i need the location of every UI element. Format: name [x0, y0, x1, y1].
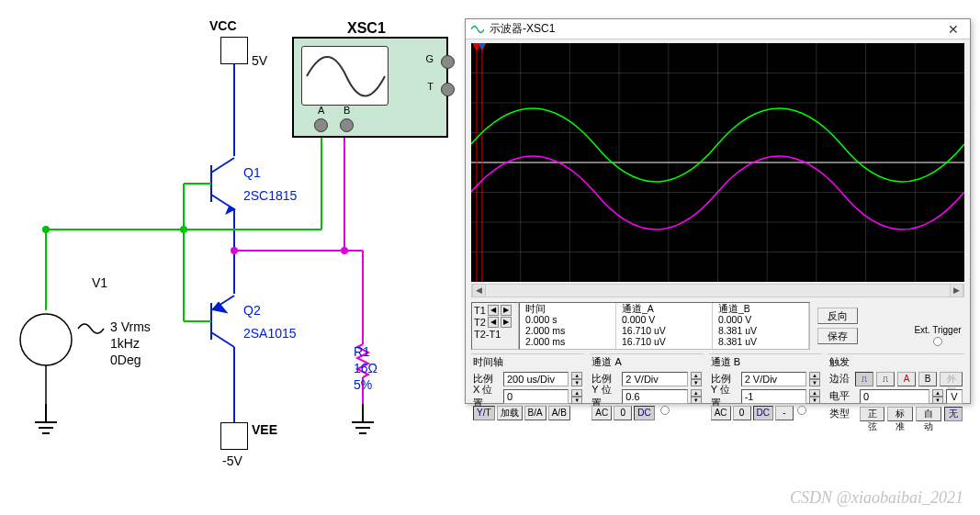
mode-ba-button[interactable]: B/A [524, 406, 546, 420]
col-b: 通道_B [718, 303, 750, 314]
chb-ypos-input[interactable]: -1 [741, 389, 806, 404]
t1-left-button[interactable]: ◀ [488, 305, 499, 316]
t1-label: T1 [474, 305, 486, 316]
vcc-label: VCC [209, 18, 237, 33]
oscilloscope-window: 示波器-XSC1 ✕ ◀ ▶ T1 ◀ [465, 18, 971, 404]
xsc1-port-a[interactable] [314, 118, 328, 132]
svg-point-17 [43, 227, 49, 232]
mode-add-button[interactable]: 加载 [497, 406, 523, 420]
cha-scale-input[interactable]: 2 V/Div [622, 372, 687, 386]
trigger-panel: 触发 边沿 ⎍ ⎍ A B 外部 电平 0 ▲▼ V 类型 正弦 标准 自动 无 [828, 353, 964, 399]
timebase-scale-input[interactable]: 200 us/Div [503, 372, 569, 386]
timebase-scale-up[interactable]: ▲ [571, 372, 582, 379]
cha-zero-button[interactable]: 0 [614, 406, 632, 420]
q1-ref: Q1 [243, 165, 261, 180]
v1-ref: V1 [92, 275, 107, 290]
xsc1-port-a-label: A [318, 105, 324, 116]
plot-scrollbar[interactable]: ◀ ▶ [471, 284, 964, 297]
trigger-title: 触发 [829, 355, 963, 369]
svg-line-9 [211, 332, 234, 347]
svg-point-25 [20, 314, 72, 365]
v1-freq: 1kHz [110, 336, 140, 351]
cha-ypos-input[interactable]: 0.6 [622, 389, 687, 404]
svg-point-18 [181, 227, 186, 232]
col-time: 时间 [525, 303, 546, 314]
titlebar[interactable]: 示波器-XSC1 ✕ [466, 19, 970, 39]
dt-label: T2-T1 [474, 329, 501, 340]
col-a: 通道_A [622, 303, 654, 314]
svg-marker-8 [213, 303, 226, 312]
channel-a-title: 通道 A [591, 355, 701, 369]
t2-right-button[interactable]: ▶ [501, 317, 512, 328]
q2-ref: Q2 [243, 303, 261, 318]
edge-falling-button[interactable]: ⎍ [876, 372, 895, 386]
trig-type-none-button[interactable]: 无 [944, 407, 963, 421]
cha-ac-button[interactable]: AC [591, 406, 612, 420]
xsc1-port-b[interactable] [340, 118, 354, 132]
scroll-left-button[interactable]: ◀ [472, 285, 486, 297]
trig-level-input[interactable]: 0 [860, 389, 929, 404]
cursor-selector: T1 ◀ ▶ T2 ◀ ▶ T2-T1 [471, 302, 519, 350]
trig-src-b-button[interactable]: B [918, 372, 937, 386]
ext-trigger-radio[interactable] [933, 337, 942, 346]
scroll-right-button[interactable]: ▶ [950, 285, 963, 297]
trig-type-normal-button[interactable]: 标准 [887, 407, 913, 421]
watermark: CSDN @xiaobaibai_2021 [790, 488, 963, 508]
r1-ref: R1 [354, 344, 370, 359]
window-title: 示波器-XSC1 [490, 21, 555, 37]
edge-rising-button[interactable]: ⎍ [855, 372, 873, 386]
cha-enable-radio[interactable] [660, 406, 670, 415]
trig-type-auto-button[interactable]: 自动 [916, 407, 941, 421]
vee-value: -5V [222, 453, 242, 468]
channel-b-title: 通道 B [711, 355, 820, 369]
schematic-canvas: VCC 5V VEE -5V Q1 2SC1815 Q2 2SA1015 V1 … [0, 0, 450, 515]
timebase-xpos-input[interactable]: 0 [503, 389, 569, 404]
svg-point-23 [342, 248, 347, 253]
svg-point-24 [231, 248, 237, 253]
chb-zero-button[interactable]: 0 [733, 406, 751, 420]
vee-label: VEE [252, 422, 277, 437]
reverse-button[interactable]: 反向 [817, 308, 858, 324]
mode-yt-button[interactable]: Y/T [473, 406, 495, 420]
r1-tol: 5% [354, 377, 372, 392]
trig-level-unit[interactable]: V [946, 389, 963, 404]
measurement-table: 时间 0.000 s 2.000 ms 2.000 ms 通道_A 0.000 … [519, 302, 810, 350]
v1-vrms: 3 Vrms [110, 319, 151, 334]
xsc1-port-g[interactable] [441, 55, 455, 69]
close-button[interactable]: ✕ [942, 22, 964, 37]
chb-dc-button[interactable]: DC [753, 406, 773, 420]
xsc1-ref: XSC1 [347, 20, 386, 37]
trig-src-ext-button[interactable]: 外部 [940, 372, 963, 386]
mode-ab-button[interactable]: A/B [548, 406, 570, 420]
timebase-title: 时间轴 [473, 355, 582, 369]
chb-ac-button[interactable]: AC [711, 406, 731, 420]
oscilloscope-plot[interactable] [471, 43, 964, 282]
vcc-value: 5V [252, 53, 267, 68]
t2-left-button[interactable]: ◀ [488, 317, 499, 328]
xsc1-port-t-label: T [427, 81, 434, 92]
save-button[interactable]: 保存 [817, 328, 858, 344]
xsc1-screen-icon [301, 46, 389, 106]
trig-src-a-button[interactable]: A [897, 372, 916, 386]
chb-scale-input[interactable]: 2 V/Div [741, 372, 806, 386]
app-icon [471, 23, 484, 36]
xsc1-instrument[interactable]: A B G T [292, 37, 448, 138]
r1-value: 16Ω [354, 361, 377, 375]
cha-dc-button[interactable]: DC [634, 406, 654, 420]
trig-type-sine-button[interactable]: 正弦 [860, 407, 885, 421]
t2-label: T2 [474, 317, 486, 328]
vee-terminal[interactable] [220, 422, 248, 450]
timebase-scale-down[interactable]: ▼ [571, 379, 582, 386]
chb-enable-radio[interactable] [797, 406, 806, 415]
q2-part: 2SA1015 [243, 326, 297, 341]
channel-a-panel: 通道 A 比例 2 V/Div ▲▼ Y 位置 0.6 ▲▼ AC 0 DC [590, 353, 703, 399]
svg-line-2 [211, 158, 234, 173]
ext-trigger-label: Ext. Trigger [914, 325, 961, 335]
svg-marker-53 [479, 43, 486, 50]
t1-right-button[interactable]: ▶ [501, 305, 512, 316]
xsc1-port-t[interactable] [441, 83, 455, 96]
q1-part: 2SC1815 [243, 188, 297, 203]
vcc-terminal[interactable] [220, 37, 248, 64]
v1-phase: 0Deg [110, 353, 141, 367]
chb-invert-button[interactable]: - [775, 406, 794, 420]
